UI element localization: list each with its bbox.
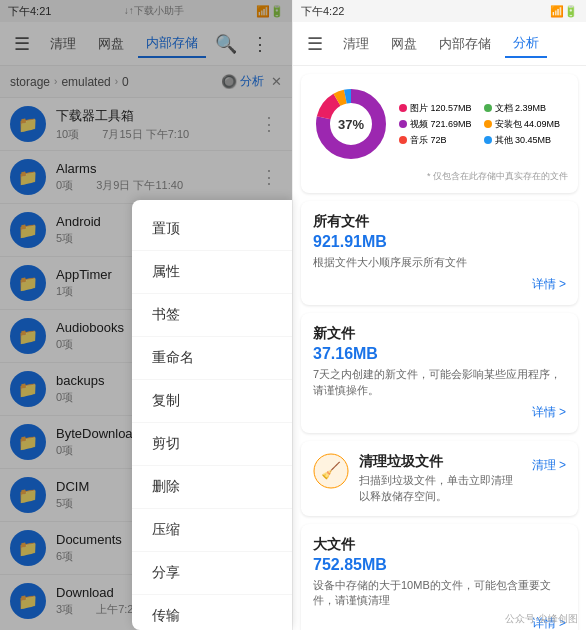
all-files-size: 921.91MB xyxy=(313,233,566,251)
legend-item-music: 音乐 72B xyxy=(399,134,476,147)
large-files-desc: 设备中存储的大于10MB的文件，可能包含重要文件，请谨慎清理 xyxy=(313,578,566,609)
legend-item-other: 其他 30.45MB xyxy=(484,134,561,147)
menu-item-compress[interactable]: 压缩 xyxy=(132,509,292,552)
right-content: 37% 图片 120.57MB 文档 2.39MB 视频 721.69MB xyxy=(293,66,586,630)
right-signal: 📶🔋 xyxy=(550,5,578,18)
menu-item-transfer[interactable]: 传输 xyxy=(132,595,292,630)
clean-info: 清理垃圾文件 扫描到垃圾文件，单击立即清理以释放储存空间。 xyxy=(359,453,522,504)
clean-files-card: 🧹 清理垃圾文件 扫描到垃圾文件，单击立即清理以释放储存空间。 清理 > xyxy=(301,441,578,516)
legend-dot-other xyxy=(484,136,492,144)
large-files-title: 大文件 xyxy=(313,536,566,554)
clean-button[interactable]: 清理 > xyxy=(532,453,566,478)
legend-dot-apk xyxy=(484,120,492,128)
left-panel: 下午4:21 ↓↑下载小助手 📶🔋 ☰ 清理 网盘 内部存储 🔍 ⋮ stora… xyxy=(0,0,293,630)
all-files-desc: 根据文件大小顺序展示所有文件 xyxy=(313,255,566,270)
all-files-card: 所有文件 921.91MB 根据文件大小顺序展示所有文件 详情 > xyxy=(301,201,578,305)
menu-item-properties[interactable]: 属性 xyxy=(132,251,292,294)
right-time: 下午4:22 xyxy=(301,4,344,19)
legend-label-apk: 安装包 44.09MB xyxy=(495,118,561,131)
context-menu-overlay[interactable]: 置顶 属性 书签 重命名 复制 剪切 删除 压缩 分享 传输 添加到桌面 xyxy=(0,0,292,630)
all-files-detail-button[interactable]: 详情 > xyxy=(532,276,566,293)
legend-item-photo: 图片 120.57MB xyxy=(399,102,476,115)
legend-dot-photo xyxy=(399,104,407,112)
new-files-title: 新文件 xyxy=(313,325,566,343)
legend-dot-music xyxy=(399,136,407,144)
menu-item-delete[interactable]: 删除 xyxy=(132,466,292,509)
chart-container: 37% 图片 120.57MB 文档 2.39MB 视频 721.69MB xyxy=(311,84,568,164)
right-tab-cloud[interactable]: 网盘 xyxy=(383,31,425,57)
context-menu: 置顶 属性 书签 重命名 复制 剪切 删除 压缩 分享 传输 添加到桌面 xyxy=(132,200,292,630)
menu-item-bookmark[interactable]: 书签 xyxy=(132,294,292,337)
right-top-nav: ☰ 清理 网盘 内部存储 分析 xyxy=(293,22,586,66)
legend-item-doc: 文档 2.39MB xyxy=(484,102,561,115)
menu-item-rename[interactable]: 重命名 xyxy=(132,337,292,380)
right-tab-analyze[interactable]: 分析 xyxy=(505,30,547,58)
clean-icon: 🧹 xyxy=(313,453,349,489)
right-status-bar: 下午4:22 📶🔋 xyxy=(293,0,586,22)
clean-files-desc: 扫描到垃圾文件，单击立即清理以释放储存空间。 xyxy=(359,473,522,504)
legend-label-photo: 图片 120.57MB xyxy=(410,102,472,115)
legend-label-other: 其他 30.45MB xyxy=(495,134,552,147)
new-files-desc: 7天之内创建的新文件，可能会影响某些应用程序，请谨慎操作。 xyxy=(313,367,566,398)
legend-label-music: 音乐 72B xyxy=(410,134,447,147)
legend-item-apk: 安装包 44.09MB xyxy=(484,118,561,131)
menu-item-cut[interactable]: 剪切 xyxy=(132,423,292,466)
svg-text:🧹: 🧹 xyxy=(321,461,341,480)
right-menu-icon[interactable]: ☰ xyxy=(301,30,329,58)
chart-note: * 仅包含在此存储中真实存在的文件 xyxy=(311,170,568,183)
legend-label-doc: 文档 2.39MB xyxy=(495,102,547,115)
new-files-size: 37.16MB xyxy=(313,345,566,363)
donut-chart: 37% xyxy=(311,84,391,164)
legend-label-video: 视频 721.69MB xyxy=(410,118,472,131)
chart-legend: 图片 120.57MB 文档 2.39MB 视频 721.69MB 安装包 44… xyxy=(399,102,560,147)
donut-center-label: 37% xyxy=(338,117,364,132)
right-panel: 下午4:22 📶🔋 ☰ 清理 网盘 内部存储 分析 xyxy=(293,0,586,630)
new-files-card: 新文件 37.16MB 7天之内创建的新文件，可能会影响某些应用程序，请谨慎操作… xyxy=(301,313,578,433)
legend-item-video: 视频 721.69MB xyxy=(399,118,476,131)
new-files-detail-button[interactable]: 详情 > xyxy=(532,404,566,421)
all-files-title: 所有文件 xyxy=(313,213,566,231)
menu-item-share[interactable]: 分享 xyxy=(132,552,292,595)
watermark: 公众号·尖峰创图 xyxy=(505,612,578,626)
clean-files-title: 清理垃圾文件 xyxy=(359,453,522,471)
chart-section: 37% 图片 120.57MB 文档 2.39MB 视频 721.69MB xyxy=(301,74,578,193)
legend-dot-doc xyxy=(484,104,492,112)
right-tab-clean[interactable]: 清理 xyxy=(335,31,377,57)
large-files-size: 752.85MB xyxy=(313,556,566,574)
right-tab-internal[interactable]: 内部存储 xyxy=(431,31,499,57)
legend-dot-video xyxy=(399,120,407,128)
menu-item-pin[interactable]: 置顶 xyxy=(132,208,292,251)
menu-item-copy[interactable]: 复制 xyxy=(132,380,292,423)
